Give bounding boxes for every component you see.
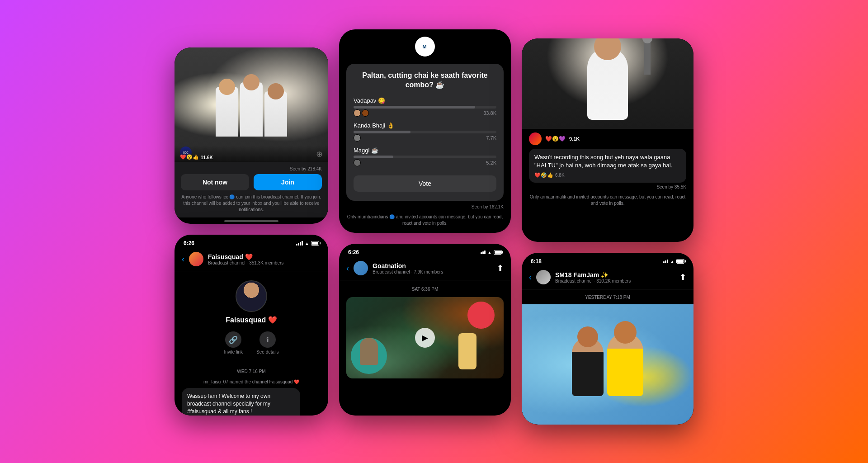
mi-footer: Only mumbaiindians 🔵 and invited account… [339, 211, 511, 233]
poll-card: Paltan, cutting chai ke saath favorite c… [346, 64, 504, 201]
vadapav-count: 33.8K [483, 110, 496, 116]
icc-reaction-count: 11.6K [201, 155, 213, 160]
maggi-avatar-1 [354, 159, 361, 166]
sm18-status-bar: 6:18 ▲ [522, 253, 693, 267]
icc-reactions: ❤️😮👍 [180, 154, 199, 160]
maggi-avatars [354, 159, 361, 166]
vadapav-label: Vadapav 😋 [354, 97, 496, 104]
armaan-reaction-count: 9.1K [569, 136, 580, 142]
see-details-action[interactable]: ℹ See details [256, 331, 278, 354]
goat-channel-name: Goatnation [373, 262, 492, 269]
faisu-messages: WED 7:16 PM mr_faisu_07 named the channe… [175, 363, 328, 416]
sm18-signal-bars [663, 260, 668, 263]
battery-icon [311, 241, 319, 246]
sm18-sig-1 [663, 261, 665, 263]
faisu-status-icons: ▲ [296, 241, 319, 246]
join-button[interactable]: Join [254, 174, 322, 190]
goat-share-icon[interactable]: ⬆ [497, 263, 504, 273]
sm18-channel-avatar [536, 270, 551, 284]
goat-messages: SAT 6:36 PM ▶ [339, 280, 511, 416]
faisu-actions: 🔗 Invite link ℹ See details [224, 331, 278, 354]
faisu-status-bar: 6:26 ▲ [175, 235, 328, 249]
signal-bar-3 [300, 242, 301, 246]
armaan-footer: Only armaanmalik and invited accounts ca… [522, 191, 693, 212]
poll-option-kanda[interactable]: Kanda Bhaji 👌 7.7K [354, 122, 496, 142]
goat-status-icons: ▲ [481, 250, 502, 255]
sm18-sig-2 [665, 260, 666, 263]
mi-phone: M I Paltan, cutting chai ke saath favori… [339, 29, 511, 233]
play-button[interactable]: ▶ [415, 328, 435, 348]
icc-seen-by: Seen by 218.4K [181, 166, 322, 171]
sm18-header-info: SM18 FamJam ✨ Broadcast channel · 310.2K… [555, 271, 675, 283]
signal-bars [296, 241, 303, 246]
poll-option-vadapav[interactable]: Vadapav 😋 33.8K [354, 97, 496, 117]
sm18-phone: 6:18 ▲ ‹ [522, 253, 693, 425]
armaan-msg-reactions: ❤️🤣👍 6.8K [534, 172, 681, 178]
sm18-image [522, 304, 693, 425]
goat-status-bar: 6:26 ▲ [339, 244, 511, 258]
sm18-sig-3 [667, 260, 668, 263]
bg-rect-yellow [458, 333, 476, 369]
cat-body [360, 338, 378, 365]
goat-channel-sub: Broadcast channel · 7.9K members [373, 269, 492, 274]
sm18-battery [676, 259, 684, 264]
armaan-message-bubble: Wasn't recording this song but yeh naya … [529, 149, 686, 183]
not-now-button[interactable]: Not now [181, 174, 249, 190]
armaan-seen-by: Seen by 35.5K [522, 183, 693, 191]
maggi-label: Maggi ☕ [354, 147, 496, 154]
faisu-date-label: WED 7:16 PM [182, 369, 321, 374]
faisu-avatar [236, 280, 267, 312]
armaan-reaction-emojis: ❤️😮💜 [545, 136, 566, 142]
armaan-message-text: Wasn't recording this song but yeh naya … [534, 153, 681, 170]
goat-wifi-icon: ▲ [487, 250, 492, 255]
armaan-phone: ❤️😮💜 9.1K Wasn't recording this song but… [522, 38, 693, 242]
goat-video-thumbnail[interactable]: ▶ [346, 297, 504, 378]
vadapav-avatars [354, 109, 369, 117]
vadapav-bar-fill [354, 106, 475, 109]
goat-video-bg: ▶ [346, 297, 504, 378]
armaan-channel-avatar [529, 132, 542, 145]
mi-logo: M I [415, 37, 435, 57]
signal-bar-2 [298, 243, 299, 246]
invite-link-action[interactable]: 🔗 Invite link [224, 331, 243, 354]
vadapav-bar-bg [354, 106, 496, 109]
armaan-msg-reaction-emojis: ❤️🤣👍 [534, 172, 553, 178]
sm18-back-button[interactable]: ‹ [529, 273, 532, 282]
kanda-avatar-1 [354, 134, 361, 142]
home-indicator [224, 220, 278, 222]
mi-logo-sub: I [427, 45, 428, 48]
goat-chat-header: ‹ Goatnation Broadcast channel · 7.9K me… [339, 258, 511, 280]
sm18-channel-sub: Broadcast channel · 310.2K members [555, 279, 675, 283]
kanda-bar-fill [354, 131, 410, 133]
faisu-phone: 6:26 ▲ ‹ [175, 235, 328, 416]
armaan-reactions-row: ❤️😮💜 9.1K [522, 129, 693, 149]
kanda-right: 7.7K [354, 134, 496, 142]
avatar-2 [362, 109, 369, 117]
faisu-header-avatar [189, 252, 203, 266]
goat-date-label: SAT 6:36 PM [346, 287, 504, 292]
sm18-chat-header: ‹ SM18 FamJam ✨ Broadcast channel · 310.… [522, 267, 693, 289]
faisu-bubble-1: Wassup fam ! Welcome to my own broadcast… [182, 388, 300, 416]
sm18-status-icons: ▲ [663, 259, 684, 264]
invite-link-icon: 🔗 [225, 331, 241, 348]
vadapav-right: 33.8K [354, 109, 496, 117]
poll-option-maggi[interactable]: Maggi ☕ 5.2K [354, 147, 496, 166]
wifi-icon: ▲ [305, 241, 309, 246]
faisu-chat-header: ‹ Faisusquad ❤️ Broadcast channel · 351.… [175, 249, 328, 271]
faisu-channel-sub: Broadcast channel · 351.3K members [208, 260, 321, 265]
sm18-share-icon[interactable]: ⬆ [679, 272, 686, 282]
mi-header: M I [339, 29, 511, 64]
goat-battery [494, 250, 502, 255]
faisu-channel-name: Faisusquad ❤️ [208, 253, 321, 260]
vote-button[interactable]: Vote [354, 175, 496, 192]
goat-sig-1 [481, 252, 482, 254]
back-button[interactable]: ‹ [182, 255, 184, 264]
faisu-msg1-text: Wassup fam ! Welcome to my own broadcast… [187, 392, 295, 415]
icc-image: ICC ⊕ ❤️😮👍 11.6K [175, 47, 328, 162]
maggi-count: 5.2K [486, 160, 496, 165]
goat-back-button[interactable]: ‹ [346, 264, 349, 273]
goat-time: 6:26 [348, 249, 359, 255]
sm18-date-label: YESTERDAY 7:18 PM [522, 291, 693, 302]
goat-battery-fill [495, 251, 501, 254]
maggi-bar-bg [354, 156, 496, 158]
